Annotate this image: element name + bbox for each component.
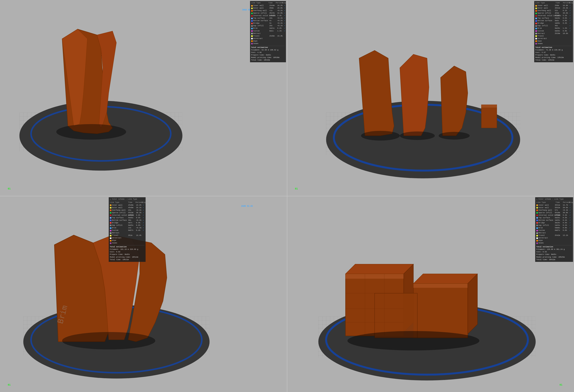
- columns-header-q3: Line Type Time Percent Display: [110, 201, 144, 204]
- line-type-row: Wipe: [535, 40, 572, 42]
- svg-rect-7: [481, 105, 497, 128]
- svg-marker-22: [345, 264, 413, 274]
- line-type-rows-q2: Inner wall2h8m16.0%✓Outer wall3h51m29.2%…: [535, 4, 572, 45]
- line-type-row: Gap infill46s✓: [535, 25, 572, 27]
- line-type-row: Custom6m57s0.4%✓: [110, 229, 144, 232]
- columns-header-q4: Line Type Time Percent Display: [536, 201, 572, 204]
- svg-rect-5: [326, 113, 520, 155]
- line-type-row: Brim14s<0.1%✓: [110, 227, 144, 229]
- svg-point-16: [62, 332, 155, 349]
- line-type-row: Gap infill6m25s0.6%✓: [110, 224, 144, 227]
- line-type-row: Inner wall1h44m16.2%✓: [251, 4, 285, 7]
- line-type-row: Overhang wall<1s<0.1%✓: [251, 10, 285, 12]
- line-type-row: Top surface5m46s0.5%✓: [110, 217, 144, 219]
- line-type-row: Unretract: [110, 237, 144, 239]
- line-type-row: Outer wall3h51m29.2%✓: [535, 7, 572, 10]
- line-type-row: Bridge1m58s0.2%✓: [535, 22, 572, 25]
- svg-rect-21: [345, 274, 404, 278]
- line-type-row: Top surface19s<0.1%✓: [251, 17, 285, 20]
- total-section-q1: Total estimation Filament: 62.50 m 198.6…: [251, 46, 285, 61]
- info-panel-q4: △ Color scheme — Line Type Line Type Tim…: [535, 197, 573, 262]
- svg-marker-23: [404, 264, 413, 332]
- svg-marker-27: [468, 274, 477, 334]
- svg-rect-18: [318, 316, 535, 357]
- line-type-row: Seams: [110, 242, 144, 244]
- axis-label-q3: 2h08 92.65: [241, 205, 253, 207]
- svg-point-3: [56, 124, 126, 140]
- line-type-row: Wipe: [251, 40, 285, 42]
- line-type-row: Internal solid infill21m40s3.4%✓: [251, 15, 285, 17]
- svg-marker-26: [413, 274, 477, 283]
- line-type-row: Wipe: [536, 239, 572, 242]
- line-type-row: Travel2h42m13.1%: [536, 234, 572, 237]
- line-type-row: Inner wall2h48m15.2%✓: [110, 204, 144, 207]
- corner-label-q3: 01: [8, 383, 10, 386]
- line-type-row: Brim1m21s0.2%✓: [251, 27, 285, 30]
- line-type-row: Gap infill28s<0.1%✓: [251, 25, 285, 27]
- line-type-row: Top surface5m10s0.6%✓: [535, 17, 572, 20]
- total-section-q3: Total estimation Filament: 101.10 m 320.…: [110, 245, 144, 261]
- columns-header-q2: Line Type Time Percent Display: [535, 2, 572, 4]
- line-type-row: Retract2h29m18.6%: [535, 32, 572, 35]
- line-type-row: Bottom surface4s<0.1%✓: [251, 20, 285, 22]
- quadrant-bottom-right: 01 △ Color scheme — Line Type Line Type …: [287, 196, 574, 392]
- quadrant-top-right: 01 Line Type Time Percent Display Inner …: [287, 0, 574, 196]
- line-type-row: Sparse infill4h5m30.6%✓: [535, 12, 572, 15]
- line-type-row: Sparse infill3h37m34.8%✓: [251, 12, 285, 15]
- svg-rect-8: [481, 105, 497, 108]
- line-type-rows-q3: Inner wall2h48m15.2%✓Outer wall4h48m26.1…: [110, 204, 144, 245]
- quadrant-bottom-left: Brim 2h08 92.65 01 △ Color scheme — Line…: [0, 196, 287, 392]
- total-section-q4: Total estimation Filament: 120.08 m 381.…: [536, 245, 572, 261]
- line-type-row: Unretract: [536, 237, 572, 239]
- svg-point-19: [326, 305, 528, 374]
- svg-rect-28: [374, 293, 417, 338]
- line-type-row: Overhang wall52s0.1%✓: [535, 10, 572, 12]
- line-type-row: Retract: [110, 232, 144, 234]
- line-type-row: Top surface5m25s0.3%✓: [536, 217, 572, 219]
- line-type-row: Internal solid infill41m46s5.2%✓: [535, 15, 572, 17]
- line-type-row: Internal solid infill1h48m9.9%✓: [110, 214, 144, 217]
- svg-point-34: [347, 331, 479, 350]
- line-type-row: Bottom surface6m4s0.8%✓: [535, 20, 572, 22]
- line-type-row: Brim9m29s1.2%✓: [535, 27, 572, 30]
- line-type-row: Custom6m59s0.9%✓: [535, 30, 572, 32]
- svg-point-2: [31, 107, 171, 161]
- line-type-row: Inner wall3h51m15.7%✓: [536, 204, 572, 207]
- line-type-row: Sparse infill6h20m30.8%✓: [536, 212, 572, 214]
- line-type-row: Inner wall2h8m16.0%✓: [535, 4, 572, 7]
- svg-rect-24: [413, 283, 468, 338]
- line-type-row: Internal solid infill1h54m9.2%✓: [536, 214, 572, 217]
- line-type-row: Sparse infill5h33m30.2%✓: [110, 212, 144, 214]
- line-type-row: Bridge3s<0.1%✓: [251, 22, 285, 25]
- line-type-row: Travel: [535, 35, 572, 38]
- corner-label-q4: 01: [560, 383, 562, 386]
- svg-point-14: [31, 307, 202, 372]
- svg-rect-1: [20, 113, 183, 151]
- svg-point-10: [400, 132, 435, 140]
- line-type-row: Travel3h1m16.4%: [110, 234, 144, 237]
- svg-point-9: [361, 131, 400, 141]
- line-type-row: Wipe: [110, 239, 144, 242]
- line-type-row: Bridge3m18s0.3%✓: [536, 222, 572, 224]
- svg-point-0: [20, 101, 183, 171]
- line-type-row: Custom6m67s0.6%✓: [536, 229, 572, 232]
- info-panel-q2: Line Type Time Percent Display Inner wal…: [534, 1, 573, 62]
- svg-text:Brim: Brim: [56, 304, 69, 325]
- line-type-row: Custom6m1s1.1%✓: [251, 30, 285, 32]
- svg-point-12: [23, 305, 210, 378]
- info-panel-q1: Line Type Time Percent Display Inner wal…: [250, 1, 286, 62]
- line-type-row: Outer wall4h48m26.1%✓: [110, 207, 144, 209]
- corner-label-q1: 01: [8, 187, 10, 190]
- line-type-row: Retract: [251, 32, 285, 35]
- line-type-row: Outer wall5h52m28.6%✓: [536, 207, 572, 209]
- svg-point-17: [318, 303, 535, 380]
- line-type-rows-q1: Inner wall1h44m16.2%✓Outer wall3h8m28.0%…: [251, 4, 285, 45]
- quadrant-top-left: 306A 45.24 01 Line Type Time Percent Dis…: [0, 0, 287, 196]
- line-type-row: Unretract: [535, 38, 572, 40]
- line-type-row: Overhang wall57s<0.1%✓: [536, 209, 572, 212]
- svg-point-11: [438, 132, 470, 140]
- svg-rect-25: [413, 283, 468, 288]
- line-type-row: Unretract: [251, 38, 285, 40]
- svg-rect-13: [23, 316, 210, 355]
- line-type-row: Bottom surface30s<0.1%✓: [110, 219, 144, 222]
